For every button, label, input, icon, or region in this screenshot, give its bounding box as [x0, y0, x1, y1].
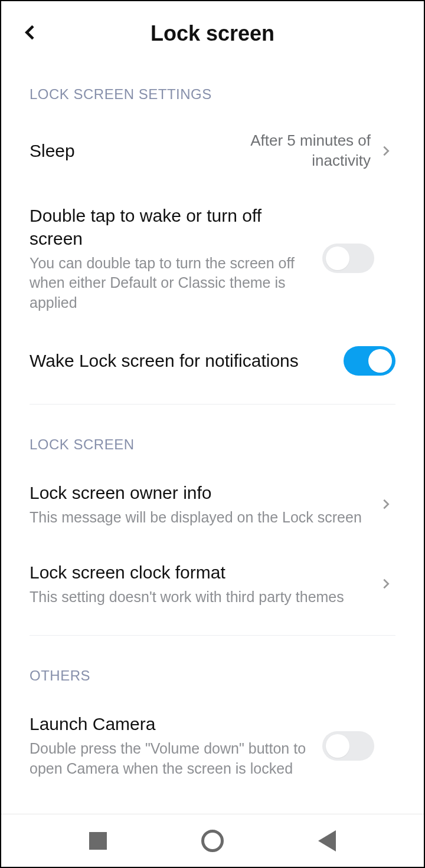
row-main: Sleep	[30, 139, 217, 162]
row-title: Lock screen owner info	[30, 481, 374, 504]
square-icon	[89, 832, 107, 850]
row-sub: This message will be displayed on the Lo…	[30, 508, 374, 528]
nav-recents-button[interactable]	[80, 823, 116, 859]
row-title: Sleep	[30, 139, 217, 162]
row-main: Double tap to wake or turn off screen Yo…	[30, 204, 313, 313]
toggle-double-tap[interactable]	[322, 244, 374, 273]
row-main: Launch Camera Double press the "Volume d…	[30, 712, 313, 779]
row-clock-format[interactable]: Lock screen clock format This setting do…	[1, 544, 424, 624]
toggle-knob	[326, 246, 349, 270]
row-double-tap[interactable]: Double tap to wake or turn off screen Yo…	[1, 188, 424, 330]
toggle-launch-camera[interactable]	[322, 731, 374, 761]
row-title: Wake Lock screen for notifications	[30, 349, 334, 372]
header: Lock screen	[1, 1, 424, 66]
navigation-bar	[1, 814, 424, 867]
nav-home-button[interactable]	[195, 823, 230, 859]
triangle-left-icon	[318, 830, 336, 851]
toggle-knob	[326, 734, 349, 758]
section-label-others: OTHERS	[1, 636, 424, 696]
row-sub: You can double tap to turn the screen of…	[30, 254, 313, 313]
chevron-right-icon	[377, 495, 395, 514]
section-label-lockscreen: LOCK SCREEN	[1, 405, 424, 465]
row-sub: This setting doesn't work with third par…	[30, 587, 374, 607]
nav-back-button[interactable]	[309, 823, 345, 859]
row-main: Wake Lock screen for notifications	[30, 349, 334, 372]
row-main: Lock screen clock format This setting do…	[30, 561, 374, 607]
page-title: Lock screen	[13, 21, 412, 46]
section-label-settings: LOCK SCREEN SETTINGS	[1, 66, 424, 114]
row-sleep[interactable]: Sleep After 5 minutes of inactivity	[1, 114, 424, 188]
row-launch-camera[interactable]: Launch Camera Double press the "Volume d…	[1, 696, 424, 795]
row-owner-info[interactable]: Lock screen owner info This message will…	[1, 465, 424, 544]
row-value: After 5 minutes of inactivity	[217, 131, 371, 171]
chevron-right-icon	[377, 574, 395, 593]
row-title: Double tap to wake or turn off screen	[30, 204, 313, 250]
row-sub: Double press the "Volume down" button to…	[30, 739, 313, 779]
row-main: Lock screen owner info This message will…	[30, 481, 374, 528]
toggle-wake-notifications[interactable]	[344, 346, 395, 376]
row-wake-notifications[interactable]: Wake Lock screen for notifications	[1, 330, 424, 392]
circle-icon	[201, 830, 224, 852]
toggle-knob	[368, 349, 392, 373]
chevron-right-icon	[377, 142, 395, 160]
row-title: Launch Camera	[30, 712, 313, 735]
row-title: Lock screen clock format	[30, 561, 374, 584]
